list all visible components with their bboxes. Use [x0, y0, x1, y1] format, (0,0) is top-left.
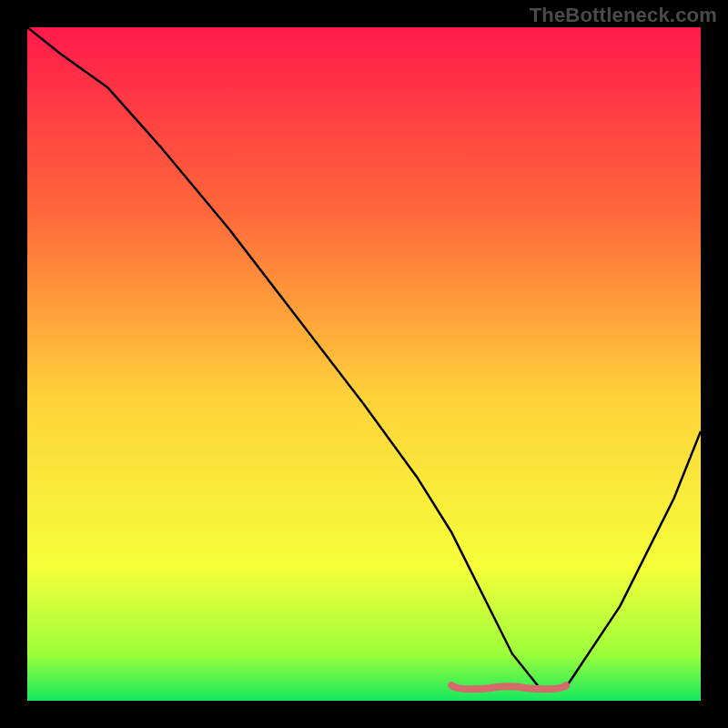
gradient-background	[27, 27, 701, 701]
chart-frame: TheBottleneck.com	[0, 0, 728, 728]
bottleneck-chart	[27, 27, 701, 701]
watermark-text: TheBottleneck.com	[530, 4, 717, 27]
plot-area	[27, 27, 701, 701]
optimal-range-marker	[451, 685, 566, 689]
